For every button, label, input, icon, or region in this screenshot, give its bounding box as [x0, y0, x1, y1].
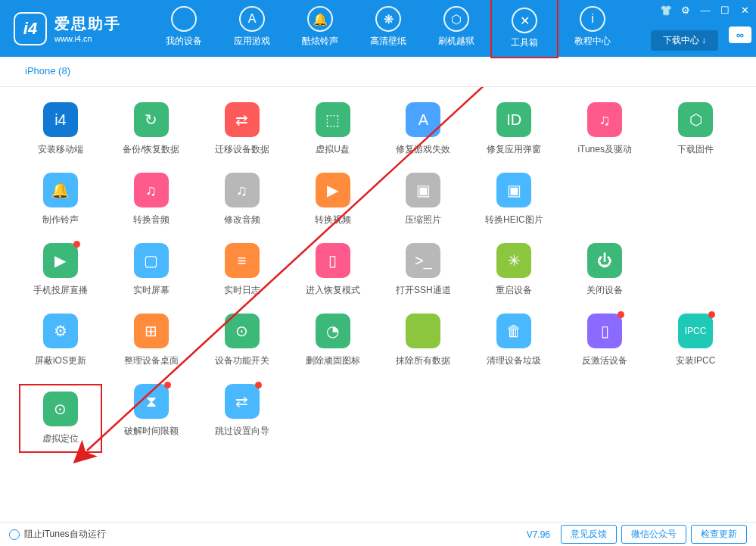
maximize-icon[interactable]: ☐: [718, 3, 732, 17]
tool-icon: ⊙: [225, 314, 260, 348]
tool-item[interactable]: ◔删除顽固图标: [291, 314, 375, 367]
tool-item[interactable]: 抹除所有数据: [382, 314, 465, 367]
tool-icon: ⇄: [225, 102, 260, 137]
nav-label: 我的设备: [166, 35, 202, 48]
nav-icon: ✕: [512, 8, 537, 33]
download-center-button[interactable]: 下载中心 ↓: [651, 30, 718, 51]
tool-item[interactable]: i4安装移动端: [19, 102, 102, 156]
tool-item[interactable]: 🗑清理设备垃圾: [472, 314, 555, 367]
tool-item[interactable]: ⏻关闭设备: [563, 243, 646, 297]
tool-item[interactable]: ≡实时日志: [201, 243, 284, 297]
tool-label: 虚拟定位: [42, 432, 79, 445]
nav-icon: A: [239, 6, 265, 32]
nav-item-1[interactable]: A应用游戏: [218, 0, 286, 58]
tools-area: i4安装移动端↻备份/恢复数据⇄迁移设备数据⬚虚拟U盘A修复游戏失效ID修复应用…: [0, 87, 756, 468]
tshirt-icon[interactable]: 👕: [659, 3, 673, 17]
tool-icon: ▯: [587, 314, 622, 348]
version-label: V7.96: [527, 529, 550, 540]
tool-icon: ⧗: [134, 384, 169, 419]
tool-item[interactable]: ⚙屏蔽iOS更新: [19, 314, 102, 367]
wechat-button[interactable]: 微信公众号: [621, 525, 686, 544]
nav-icon: 🔔: [307, 6, 333, 32]
settings-icon[interactable]: ⚙: [679, 3, 692, 17]
nav-icon: i: [580, 6, 605, 32]
tool-item[interactable]: ♫iTunes及驱动: [563, 102, 646, 156]
tool-item[interactable]: ▣压缩照片: [382, 173, 465, 226]
tool-item[interactable]: ⊞整理设备桌面: [110, 314, 193, 367]
nav-label: 工具箱: [511, 36, 538, 49]
tool-item[interactable]: ⊙设备功能开关: [201, 314, 284, 367]
tool-icon: ▢: [134, 243, 169, 278]
nav-item-4[interactable]: ⬡刷机越狱: [422, 0, 490, 58]
tool-icon: ⇄: [225, 384, 260, 419]
status-bar: 阻止iTunes自动运行 V7.96 意见反馈 微信公众号 检查更新: [0, 522, 756, 546]
tool-icon: IPCC: [678, 314, 713, 348]
tool-label: 设备功能开关: [215, 354, 269, 367]
minimize-icon[interactable]: —: [698, 3, 712, 17]
feedback-button[interactable]: 意见反馈: [561, 525, 617, 544]
nav-item-2[interactable]: 🔔酷炫铃声: [286, 0, 354, 58]
tool-item[interactable]: ID修复应用弹窗: [472, 102, 555, 156]
tool-icon: 🔔: [43, 173, 78, 207]
nav-item-5[interactable]: ✕工具箱: [490, 0, 558, 58]
nav-icon: ❋: [375, 6, 401, 32]
tool-icon: >_: [406, 243, 440, 278]
nav-item-6[interactable]: i教程中心: [558, 0, 627, 58]
nav-label: 刷机越狱: [438, 35, 474, 48]
tool-item[interactable]: ↻备份/恢复数据: [110, 102, 193, 156]
nav-item-3[interactable]: ❋高清壁纸: [354, 0, 422, 58]
tool-label: 修复游戏失效: [396, 143, 450, 156]
status-right: V7.96 意见反馈 微信公众号 检查更新: [527, 525, 747, 544]
tool-item[interactable]: ▯反激活设备: [563, 314, 646, 367]
tool-item[interactable]: ▯进入恢复模式: [291, 243, 375, 297]
tab-device[interactable]: iPhone (8): [11, 57, 84, 86]
nav-item-0[interactable]: 我的设备: [150, 0, 218, 58]
infinity-icon[interactable]: ∞: [729, 27, 751, 43]
tool-item[interactable]: ⇄跳过设置向导: [201, 384, 284, 453]
tool-item[interactable]: ▶转换视频: [291, 173, 375, 226]
tool-icon: ⬡: [678, 102, 713, 137]
logo-icon: i4: [14, 12, 47, 45]
tool-label: 转换视频: [315, 214, 351, 226]
tool-item[interactable]: ♫转换音频: [110, 173, 193, 226]
tool-label: 反激活设备: [582, 354, 627, 367]
tool-icon: i4: [43, 102, 78, 137]
tool-icon: ⊙: [43, 392, 78, 426]
tool-label: 转换HEIC图片: [485, 214, 543, 226]
tool-item[interactable]: ▢实时屏幕: [110, 243, 193, 297]
tool-icon: ▯: [316, 243, 350, 278]
tool-label: 下载固件: [677, 143, 714, 156]
tool-item[interactable]: ✳重启设备: [472, 243, 555, 297]
tool-item[interactable]: ▶手机投屏直播: [19, 243, 102, 297]
tool-icon: ▶: [43, 243, 78, 278]
tool-label: 抹除所有数据: [396, 354, 450, 367]
tool-item[interactable]: ♫修改音频: [201, 173, 284, 226]
tool-label: 安装IPCC: [676, 354, 716, 367]
tool-item[interactable]: ⬡下载固件: [654, 102, 737, 156]
tool-item[interactable]: A修复游戏失效: [382, 102, 465, 156]
close-icon[interactable]: ✕: [738, 3, 751, 17]
tool-item[interactable]: ⇄迁移设备数据: [201, 102, 284, 156]
nav-icon: ⬡: [443, 6, 469, 32]
nav-label: 应用游戏: [234, 35, 270, 48]
nav: 我的设备A应用游戏🔔酷炫铃声❋高清壁纸⬡刷机越狱✕工具箱i教程中心: [150, 0, 627, 58]
tool-icon: [406, 314, 440, 348]
tool-item[interactable]: 🔔制作铃声: [19, 173, 102, 226]
status-circle-icon: [9, 529, 20, 540]
tool-label: 实时屏幕: [133, 284, 170, 297]
tool-item[interactable]: ⧗破解时间限额: [110, 384, 193, 453]
tool-item[interactable]: ▣转换HEIC图片: [472, 173, 555, 226]
tool-item[interactable]: ⊙虚拟定位: [19, 384, 102, 453]
tool-icon: 🗑: [496, 314, 531, 348]
tool-icon: ♫: [134, 173, 169, 207]
notification-dot: [164, 382, 171, 388]
nav-icon: [171, 6, 197, 32]
tool-label: 修复应用弹窗: [487, 143, 541, 156]
tool-item[interactable]: IPCC安装IPCC: [654, 314, 737, 367]
tool-item[interactable]: ⬚虚拟U盘: [291, 102, 375, 156]
tool-label: 修改音频: [224, 214, 260, 226]
tool-label: 整理设备桌面: [124, 354, 179, 367]
update-button[interactable]: 检查更新: [691, 525, 747, 544]
tool-item[interactable]: >_打开SSH通道: [382, 243, 465, 297]
itunes-block-label[interactable]: 阻止iTunes自动运行: [24, 528, 106, 541]
